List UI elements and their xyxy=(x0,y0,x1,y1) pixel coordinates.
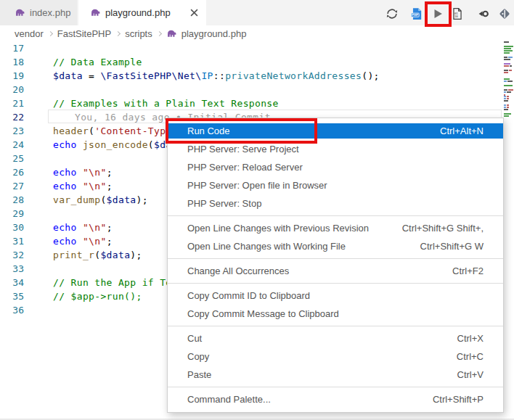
line-number: 25 xyxy=(0,152,24,165)
code-token: // Examples with a Plain Text Response xyxy=(53,98,279,109)
menu-item-php-server-open-file-in-browser[interactable]: PHP Server: Open file in Browser xyxy=(168,176,503,194)
minimap-line xyxy=(502,118,514,120)
code-token: \FastSitePHP\Net\ xyxy=(100,70,201,81)
php-file-icon xyxy=(15,7,25,18)
menu-separator xyxy=(168,215,503,216)
menu-item-copy-commit-id-to-clipboard[interactable]: Copy Commit ID to Clipboard xyxy=(168,287,503,305)
breadcrumb-chevron-icon xyxy=(157,30,162,36)
line-number: 29 xyxy=(0,207,24,221)
open-changes-icon[interactable] xyxy=(477,7,490,20)
code-token: "\n" xyxy=(83,236,107,247)
menu-item-label: Open Line Changes with Working File xyxy=(187,237,346,255)
line-number: 23 xyxy=(0,124,24,138)
tab-index-php[interactable]: index.php xyxy=(0,0,77,25)
breadcrumb-chevron-icon xyxy=(115,30,121,36)
breadcrumb-chevron-icon xyxy=(48,30,53,36)
code-token: echo xyxy=(53,236,77,247)
code-line-21[interactable]: // Examples with a Plain Text Response xyxy=(53,96,380,110)
line-number: 20 xyxy=(0,83,24,96)
code-token: echo xyxy=(53,167,77,178)
menu-item-shortcut: Ctrl+Shift+P xyxy=(433,390,484,408)
menu-item-shortcut: Ctrl+V xyxy=(457,366,484,384)
code-token: "\n" xyxy=(83,222,107,233)
menu-item-label: Paste xyxy=(187,366,211,384)
menu-item-copy[interactable]: CopyCtrl+C xyxy=(168,347,503,366)
menu-item-shortcut: Ctrl+Shift+G Shift+, xyxy=(402,219,484,237)
breadcrumb-item-vendor[interactable]: vendor xyxy=(15,28,44,39)
menu-item-command-palette[interactable]: Command Palette...Ctrl+Shift+P xyxy=(168,390,503,408)
minimap-line xyxy=(502,85,514,87)
menu-item-shortcut: Ctrl+X xyxy=(457,329,484,347)
code-token: echo xyxy=(53,139,77,150)
code-token: "\n" xyxy=(83,181,107,192)
breadcrumb-item-scripts[interactable]: scripts xyxy=(125,28,152,39)
split-editor-icon[interactable] xyxy=(498,7,511,20)
menu-item-shortcut: Ctrl+Shift+G W xyxy=(420,237,484,255)
menu-separator xyxy=(168,387,503,387)
code-token: (); xyxy=(362,70,380,81)
code-line-20[interactable] xyxy=(53,83,380,96)
line-number: 35 xyxy=(0,289,24,303)
line-number: 24 xyxy=(0,138,24,152)
code-token: = xyxy=(83,70,101,81)
menu-separator xyxy=(168,258,503,259)
menu-item-label: PHP Server: Stop xyxy=(187,194,261,213)
php-file-icon xyxy=(166,28,177,39)
code-token xyxy=(77,181,83,192)
code-token: json_encode xyxy=(83,139,148,150)
svg-text:PHP: PHP xyxy=(412,13,418,17)
code-token xyxy=(77,236,83,247)
menu-separator xyxy=(168,326,503,326)
line-number: 28 xyxy=(0,193,24,207)
binary-file-icon[interactable]: 01 10 xyxy=(451,7,464,20)
line-number: 19 xyxy=(0,69,24,83)
code-token: $data xyxy=(53,70,83,81)
menu-item-open-line-changes-with-working-file[interactable]: Open Line Changes with Working FileCtrl+… xyxy=(168,237,503,255)
code-token: // Data Example xyxy=(53,57,142,67)
code-token: privateNetworkAddresses xyxy=(225,70,362,81)
menu-item-label: PHP Server: Open file in Browser xyxy=(187,176,327,194)
line-number: 18 xyxy=(0,55,24,69)
menu-item-php-server-stop[interactable]: PHP Server: Stop xyxy=(168,194,503,213)
code-line-18[interactable]: // Data Example xyxy=(53,55,380,69)
line-number-gutter[interactable]: 1718192021222324252627282930313233343536 xyxy=(0,41,24,317)
annotation-box-run-code-item xyxy=(166,118,317,144)
breadcrumb-item-fastsitephp[interactable]: FastSitePHP xyxy=(57,28,111,39)
minimap[interactable] xyxy=(502,41,514,419)
menu-separator xyxy=(168,283,503,284)
menu-item-label: Copy xyxy=(187,347,209,366)
code-token: "\n" xyxy=(83,167,107,178)
line-number: 26 xyxy=(0,165,24,179)
menu-item-shortcut: Ctrl+F2 xyxy=(452,262,484,280)
code-token: // Run the App if Te xyxy=(53,277,172,288)
line-number: 34 xyxy=(0,276,24,289)
menu-item-change-all-occurrences[interactable]: Change All OccurrencesCtrl+F2 xyxy=(168,262,503,280)
code-token: echo xyxy=(53,222,77,233)
code-token: print_r xyxy=(53,250,94,260)
menu-item-shortcut: Ctrl+Alt+N xyxy=(440,123,484,139)
menu-item-label: Cut xyxy=(187,329,202,347)
menu-item-paste[interactable]: PasteCtrl+V xyxy=(168,366,503,384)
php-server-icon[interactable]: PHP xyxy=(410,7,423,20)
menu-item-label: PHP Server: Reload Server xyxy=(187,158,303,176)
code-token: ; xyxy=(107,222,113,233)
line-number: 27 xyxy=(0,179,24,193)
menu-item-copy-commit-message-to-clipboard[interactable]: Copy Commit Message to Clipboard xyxy=(168,305,503,323)
menu-item-cut[interactable]: CutCtrl+X xyxy=(168,329,503,347)
code-line-19[interactable]: $data = \FastSitePHP\Net\IP::privateNetw… xyxy=(53,69,380,83)
menu-item-label: Open Line Changes with Previous Revision xyxy=(187,219,369,237)
breadcrumb: vendorFastSitePHPscriptsplayground.php xyxy=(0,25,514,41)
menu-item-php-server-reload-server[interactable]: PHP Server: Reload Server xyxy=(168,158,503,176)
tab-playground-php[interactable]: playground.php xyxy=(78,0,206,25)
synchronize-changes-icon[interactable] xyxy=(386,7,399,20)
breadcrumb-item-playground-php[interactable]: playground.php xyxy=(181,28,247,39)
close-tab-icon[interactable] xyxy=(190,9,198,17)
code-token: 'Content-Typ xyxy=(94,125,166,136)
code-token: $data xyxy=(100,250,130,260)
minimap-line xyxy=(502,81,514,83)
line-number: 33 xyxy=(0,262,24,276)
menu-item-open-line-changes-with-previous-revision[interactable]: Open Line Changes with Previous Revision… xyxy=(168,219,503,237)
minimap-line xyxy=(502,65,514,67)
code-line-17[interactable] xyxy=(53,41,380,55)
code-token: ( xyxy=(148,139,154,150)
